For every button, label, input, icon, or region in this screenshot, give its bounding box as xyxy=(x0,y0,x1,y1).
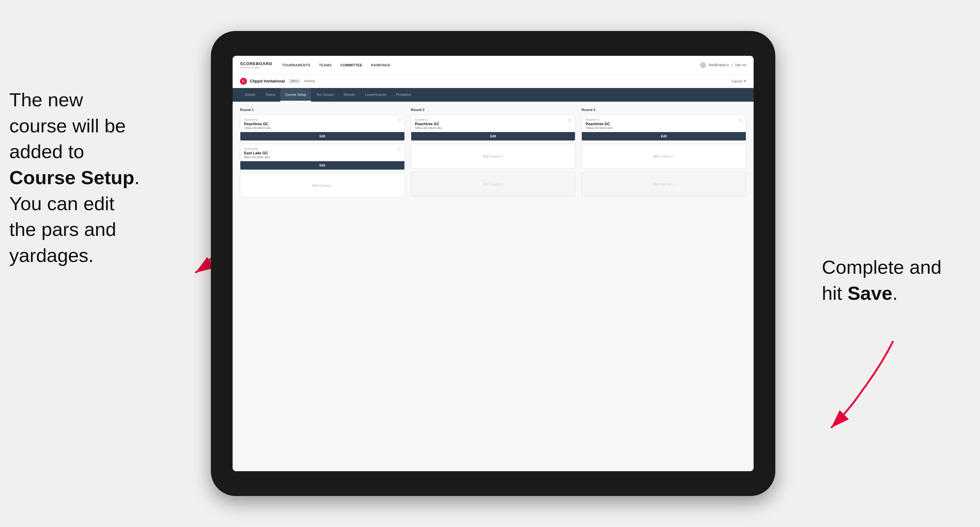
round-2-course-a-tee: Yellow (M) (6629 yds) xyxy=(415,127,571,130)
sub-header: C Clippd Invitational (Men) Hosting Canc… xyxy=(232,75,754,88)
round-2-add-course-active-label: Add Course + xyxy=(482,154,504,158)
round-3-course-a-edit[interactable]: Edit xyxy=(582,132,746,140)
round-1-course-b-name: East Lake GC xyxy=(244,151,401,155)
round-2-course-a-body: (Course A) Peachtree GC Yellow (M) (6629… xyxy=(411,115,575,132)
round-1-course-a-delete[interactable]: ☐ xyxy=(396,117,402,123)
tab-printables[interactable]: Printables xyxy=(391,88,416,102)
round-3-label: Round 3 xyxy=(581,108,746,112)
round-1-course-a-edit[interactable]: Edit xyxy=(240,132,404,140)
round-1-course-a-card: (Course A) Peachtree GC Yellow (M) (6629… xyxy=(240,115,405,141)
round-1-column: Round 1 (Course A) Peachtree GC Yellow (… xyxy=(240,108,405,201)
tournament-name: Clippd Invitational xyxy=(250,79,285,83)
round-3-add-course-active[interactable]: Add Course + xyxy=(581,144,746,169)
nav-teams[interactable]: TEAMS xyxy=(319,63,332,67)
tab-teams[interactable]: Teams xyxy=(261,88,280,102)
round-2-add-course-active[interactable]: Add Course + xyxy=(411,144,576,169)
user-avatar xyxy=(700,62,706,68)
brand: SCOREBOARD Powered by clippd xyxy=(240,61,272,69)
tablet-device: SCOREBOARD Powered by clippd TOURNAMENTS… xyxy=(211,31,775,496)
gender-badge: (Men) xyxy=(288,79,301,83)
round-3-add-course-active-label: Add Course + xyxy=(654,154,675,158)
round-3-course-a-name: Peachtree GC xyxy=(585,122,742,126)
round-1-add-course[interactable]: Add Course + xyxy=(240,173,405,198)
clippd-logo: C xyxy=(240,78,247,85)
nav-right: blair@clippd.io | Sign out xyxy=(700,62,746,68)
round-1-course-a-label: (Course A) xyxy=(244,118,401,121)
round-1-course-b-tee: Black (M) (6891 yds) xyxy=(244,156,401,159)
round-1-course-b-delete[interactable]: ☐ xyxy=(396,147,402,152)
round-3-course-a-body: (Course A) Peachtree GC Yellow (M) (6629… xyxy=(582,115,746,132)
rounds-grid: Round 1 (Course A) Peachtree GC Yellow (… xyxy=(240,108,746,201)
round-1-course-a-body: (Course A) Peachtree GC Yellow (M) (6629… xyxy=(240,115,404,132)
round-2-course-a-card: (Course A) Peachtree GC Yellow (M) (6629… xyxy=(411,115,576,141)
nav-rankings[interactable]: RANKINGS xyxy=(371,63,390,67)
nav-tournaments[interactable]: TOURNAMENTS xyxy=(282,63,310,67)
round-3-course-a-tee: Yellow (M) (6629 yds) xyxy=(585,127,742,130)
main-content: Round 1 (Course A) Peachtree GC Yellow (… xyxy=(232,102,754,471)
cancel-button[interactable]: Cancel ✕ xyxy=(732,79,746,83)
round-1-add-course-label: Add Course + xyxy=(312,184,333,187)
round-3-column: Round 3 (Course A) Peachtree GC Yellow (… xyxy=(581,108,746,201)
top-nav: SCOREBOARD Powered by clippd TOURNAMENTS… xyxy=(232,56,754,75)
round-2-course-a-label: (Course A) xyxy=(415,118,571,121)
round-1-course-b-edit[interactable]: Edit xyxy=(240,161,404,170)
round-2-course-a-delete[interactable]: ☐ xyxy=(567,117,573,123)
round-1-course-a-tee: Yellow (M) (6629 yds) xyxy=(244,127,401,130)
annotation-left: The new course will be added to Course S… xyxy=(9,87,183,268)
arrow-right-icon xyxy=(800,335,899,434)
brand-name: SCOREBOARD xyxy=(240,61,272,66)
round-3-course-a-delete[interactable]: ☐ xyxy=(738,117,743,123)
hosting-badge: Hosting xyxy=(304,79,315,83)
tab-course-setup[interactable]: Course Setup xyxy=(280,88,311,102)
round-3-add-course-disabled: Add Course + xyxy=(581,172,746,197)
round-1-course-a-name: Peachtree GC xyxy=(244,122,401,126)
round-2-course-a-edit[interactable]: Edit xyxy=(411,132,575,140)
round-3-add-course-disabled-label: Add Course + xyxy=(654,182,675,186)
user-email: blair@clippd.io xyxy=(709,63,729,67)
annotation-right: Complete and hit Save. xyxy=(822,254,971,306)
tab-results[interactable]: Results xyxy=(339,88,360,102)
tab-tee-groups[interactable]: Tee Groups xyxy=(311,88,339,102)
tablet-screen: SCOREBOARD Powered by clippd TOURNAMENTS… xyxy=(232,56,754,471)
tournament-info: C Clippd Invitational (Men) Hosting xyxy=(240,78,315,85)
brand-sub: Powered by clippd xyxy=(240,66,272,69)
round-1-course-b-card: (Course B) East Lake GC Black (M) (6891 … xyxy=(240,144,405,170)
round-2-course-a-name: Peachtree GC xyxy=(415,122,571,126)
round-3-course-a-card: (Course A) Peachtree GC Yellow (M) (6629… xyxy=(581,115,746,141)
round-2-add-course-disabled: Add Course + xyxy=(411,172,576,197)
round-3-course-a-label: (Course A) xyxy=(585,118,742,121)
tab-leaderboards[interactable]: Leaderboards xyxy=(360,88,391,102)
round-2-column: Round 2 (Course A) Peachtree GC Yellow (… xyxy=(411,108,576,201)
tab-bar: Details Teams Course Setup Tee Groups Re… xyxy=(232,88,754,102)
nav-committee[interactable]: COMMITTEE xyxy=(340,63,363,67)
sign-out-link[interactable]: Sign out xyxy=(735,63,746,67)
round-1-course-b-body: (Course B) East Lake GC Black (M) (6891 … xyxy=(240,144,404,161)
round-2-label: Round 2 xyxy=(411,108,576,112)
round-1-course-b-label: (Course B) xyxy=(244,147,401,150)
nav-separator: | xyxy=(732,63,732,67)
round-1-label: Round 1 xyxy=(240,108,405,112)
tab-details[interactable]: Details xyxy=(240,88,261,102)
round-2-add-course-disabled-label: Add Course + xyxy=(482,182,504,186)
nav-links: TOURNAMENTS TEAMS COMMITTEE RANKINGS xyxy=(282,63,700,67)
